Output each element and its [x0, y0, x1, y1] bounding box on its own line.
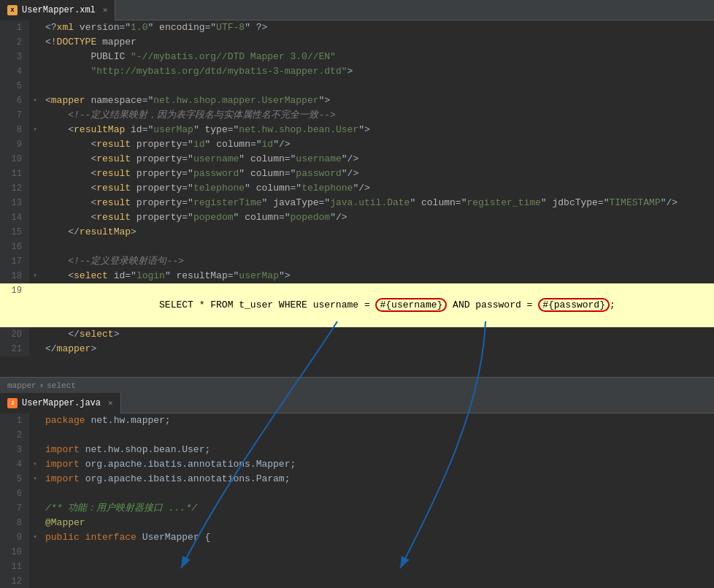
xml-tab[interactable]: X UserMapper.xml ✕	[0, 0, 115, 20]
xml-line-5: 5	[0, 79, 714, 93]
xml-line-7: 7 <!--定义结果映射，因为表字段名与实体属性名不完全一致-->	[0, 108, 714, 123]
xml-line-3: 3 PUBLIC "-//mybatis.org//DTD Mapper 3.0…	[0, 50, 714, 64]
xml-line-10: 10 <result property="username" column="u…	[0, 152, 714, 167]
java-line-8: 8 @Mapper	[0, 516, 714, 530]
xml-line-14: 14 <result property="popedom" column="po…	[0, 210, 714, 225]
xml-line-2: 2 <!DOCTYPE mapper	[0, 35, 714, 50]
xml-code-area[interactable]: 1 <?xml version="1.0" encoding="UTF-8" ?…	[0, 20, 714, 377]
xml-tab-label: UserMapper.xml	[22, 5, 96, 15]
xml-line-9: 9 <result property="id" column="id"/>	[0, 137, 714, 152]
xml-line-18: 18 ▾ <select id="login" resultMap="userM…	[0, 269, 714, 283]
java-line-4: 4 ▾ import org.apache.ibatis.annotations…	[0, 457, 714, 472]
xml-line-11: 11 <result property="password" column="p…	[0, 167, 714, 181]
xml-line-12: 12 <result property="telephone" column="…	[0, 181, 714, 196]
java-tab-close[interactable]: ✕	[108, 398, 113, 408]
java-line-6: 6	[0, 486, 714, 501]
breadcrumb-part2: select	[47, 381, 76, 390]
java-line-12: 12	[0, 574, 714, 588]
java-line-9: 9 ▾ public interface UserMapper {	[0, 530, 714, 545]
top-tab-bar: X UserMapper.xml ✕	[0, 0, 714, 20]
lower-section: J UserMapper.java ✕ 1 package net.hw.map…	[0, 393, 714, 588]
breadcrumb-separator: ›	[39, 381, 45, 390]
xml-line-6: 6 ▾ <mapper namespace="net.hw.shop.mappe…	[0, 93, 714, 108]
xml-line-8: 8 ▾ <resultMap id="userMap" type="net.hw…	[0, 123, 714, 137]
java-tab[interactable]: J UserMapper.java ✕	[0, 393, 121, 413]
xml-line-17: 17 <!--定义登录映射语句-->	[0, 254, 714, 269]
java-line-11: 11	[0, 560, 714, 574]
java-code-area[interactable]: 1 package net.hw.mapper; 2 3 import net.…	[0, 413, 714, 588]
editor-container: X UserMapper.xml ✕ 1 <?xml version="1.0"…	[0, 0, 714, 588]
xml-icon: X	[7, 5, 18, 15]
java-icon: J	[7, 398, 18, 408]
java-line-2: 2	[0, 428, 714, 443]
xml-line-16: 16	[0, 240, 714, 254]
java-line-5: 5 ▾ import org.apache.ibatis.annotations…	[0, 472, 714, 486]
breadcrumb-part1: mapper	[7, 381, 37, 390]
xml-code-lines: 1 <?xml version="1.0" encoding="UTF-8" ?…	[0, 20, 714, 356]
xml-line-21: 21 </mapper>	[0, 342, 714, 356]
xml-line-15: 15 </resultMap>	[0, 225, 714, 240]
xml-pane: 1 <?xml version="1.0" encoding="UTF-8" ?…	[0, 20, 714, 393]
java-line-3: 3 import net.hw.shop.bean.User;	[0, 443, 714, 457]
java-line-7: 7 /** 功能：用户映射器接口 ...*/	[0, 501, 714, 516]
java-pane-tab-bar: J UserMapper.java ✕	[0, 393, 714, 413]
xml-breadcrumb: mapper › select	[0, 377, 714, 393]
java-line-1: 1 package net.hw.mapper;	[0, 413, 714, 428]
xml-line-4: 4 "http://mybatis.org/dtd/mybatis-3-mapp…	[0, 64, 714, 79]
java-code-lines: 1 package net.hw.mapper; 2 3 import net.…	[0, 413, 714, 588]
xml-line-19: 19 SELECT * FROM t_user WHERE username =…	[0, 283, 714, 327]
xml-tab-close[interactable]: ✕	[103, 5, 108, 15]
xml-line-13: 13 <result property="registerTime" javaT…	[0, 196, 714, 210]
xml-line-1: 1 <?xml version="1.0" encoding="UTF-8" ?…	[0, 20, 714, 35]
java-line-10: 10	[0, 545, 714, 560]
java-tab-label: UserMapper.java	[22, 398, 101, 408]
xml-line-20: 20 </select>	[0, 327, 714, 342]
